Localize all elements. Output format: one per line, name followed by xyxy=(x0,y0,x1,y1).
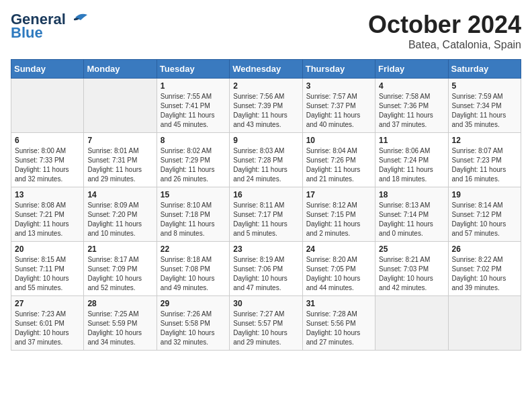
calendar-cell: 31Sunrise: 7:28 AM Sunset: 5:56 PM Dayli… xyxy=(302,296,375,351)
day-info: Sunrise: 7:26 AM Sunset: 5:58 PM Dayligh… xyxy=(161,310,226,347)
calendar-week-row: 13Sunrise: 8:08 AM Sunset: 7:21 PM Dayli… xyxy=(11,187,521,242)
day-info: Sunrise: 8:00 AM Sunset: 7:33 PM Dayligh… xyxy=(15,146,80,184)
day-number: 27 xyxy=(15,299,80,308)
month-title: October 2024 xyxy=(368,11,521,39)
header-day: Friday xyxy=(375,60,448,79)
day-info: Sunrise: 8:08 AM Sunset: 7:21 PM Dayligh… xyxy=(15,201,80,238)
day-info: Sunrise: 7:57 AM Sunset: 7:37 PM Dayligh… xyxy=(306,92,371,130)
day-info: Sunrise: 8:20 AM Sunset: 7:05 PM Dayligh… xyxy=(306,255,371,293)
calendar-cell: 21Sunrise: 8:17 AM Sunset: 7:09 PM Dayli… xyxy=(84,242,157,296)
calendar-cell: 18Sunrise: 8:13 AM Sunset: 7:14 PM Dayli… xyxy=(375,187,448,242)
calendar-cell: 30Sunrise: 7:27 AM Sunset: 5:57 PM Dayli… xyxy=(230,296,302,351)
calendar-cell: 5Sunrise: 7:59 AM Sunset: 7:34 PM Daylig… xyxy=(448,79,521,133)
calendar-cell: 11Sunrise: 8:06 AM Sunset: 7:24 PM Dayli… xyxy=(375,133,448,187)
calendar-cell: 6Sunrise: 8:00 AM Sunset: 7:33 PM Daylig… xyxy=(11,133,84,187)
calendar-week-row: 20Sunrise: 8:15 AM Sunset: 7:11 PM Dayli… xyxy=(11,242,521,296)
day-info: Sunrise: 8:18 AM Sunset: 7:08 PM Dayligh… xyxy=(161,255,226,293)
day-number: 4 xyxy=(379,81,444,91)
location: Batea, Catalonia, Spain xyxy=(368,39,521,51)
calendar-cell: 7Sunrise: 8:01 AM Sunset: 7:31 PM Daylig… xyxy=(84,133,157,187)
day-info: Sunrise: 8:14 AM Sunset: 7:12 PM Dayligh… xyxy=(452,201,517,238)
day-info: Sunrise: 8:15 AM Sunset: 7:11 PM Dayligh… xyxy=(15,255,80,293)
calendar-cell: 2Sunrise: 7:56 AM Sunset: 7:39 PM Daylig… xyxy=(230,79,302,133)
calendar-cell: 16Sunrise: 8:11 AM Sunset: 7:17 PM Dayli… xyxy=(230,187,302,242)
calendar-cell: 23Sunrise: 8:19 AM Sunset: 7:06 PM Dayli… xyxy=(230,242,302,296)
day-number: 20 xyxy=(15,244,80,254)
header-row: SundayMondayTuesdayWednesdayThursdayFrid… xyxy=(11,60,521,79)
day-number: 8 xyxy=(161,136,226,145)
day-number: 22 xyxy=(161,244,226,254)
day-number: 9 xyxy=(233,136,298,145)
calendar-cell: 4Sunrise: 7:58 AM Sunset: 7:36 PM Daylig… xyxy=(375,79,448,133)
day-number: 13 xyxy=(15,190,80,199)
day-number: 11 xyxy=(379,136,444,145)
calendar-cell: 19Sunrise: 8:14 AM Sunset: 7:12 PM Dayli… xyxy=(448,187,521,242)
day-number: 7 xyxy=(87,136,152,145)
day-info: Sunrise: 8:04 AM Sunset: 7:26 PM Dayligh… xyxy=(306,146,371,184)
day-number: 6 xyxy=(15,136,80,145)
calendar-cell: 22Sunrise: 8:18 AM Sunset: 7:08 PM Dayli… xyxy=(157,242,229,296)
day-number: 18 xyxy=(379,190,444,199)
calendar-cell: 13Sunrise: 8:08 AM Sunset: 7:21 PM Dayli… xyxy=(11,187,84,242)
calendar-header: SundayMondayTuesdayWednesdayThursdayFrid… xyxy=(11,60,521,79)
day-info: Sunrise: 8:12 AM Sunset: 7:15 PM Dayligh… xyxy=(306,201,371,238)
calendar-cell: 24Sunrise: 8:20 AM Sunset: 7:05 PM Dayli… xyxy=(302,242,375,296)
day-info: Sunrise: 8:17 AM Sunset: 7:09 PM Dayligh… xyxy=(87,255,152,293)
title-block: October 2024 Batea, Catalonia, Spain xyxy=(368,11,521,51)
day-number: 26 xyxy=(452,244,517,254)
day-info: Sunrise: 8:10 AM Sunset: 7:18 PM Dayligh… xyxy=(161,201,226,238)
day-info: Sunrise: 7:55 AM Sunset: 7:41 PM Dayligh… xyxy=(161,92,226,130)
day-number: 14 xyxy=(87,190,152,199)
day-number: 28 xyxy=(87,299,152,308)
calendar-cell: 25Sunrise: 8:21 AM Sunset: 7:03 PM Dayli… xyxy=(375,242,448,296)
day-number: 12 xyxy=(452,136,517,145)
calendar-week-row: 27Sunrise: 7:23 AM Sunset: 6:01 PM Dayli… xyxy=(11,296,521,351)
page-header: General Blue October 2024 Batea, Catalon… xyxy=(11,11,521,51)
calendar-week-row: 1Sunrise: 7:55 AM Sunset: 7:41 PM Daylig… xyxy=(11,79,521,133)
day-number: 1 xyxy=(161,81,226,91)
day-number: 29 xyxy=(161,299,226,308)
calendar-cell xyxy=(84,79,157,133)
day-number: 10 xyxy=(306,136,371,145)
calendar-cell: 27Sunrise: 7:23 AM Sunset: 6:01 PM Dayli… xyxy=(11,296,84,351)
day-number: 3 xyxy=(306,81,371,91)
header-day: Saturday xyxy=(448,60,521,79)
header-day: Thursday xyxy=(302,60,375,79)
day-number: 19 xyxy=(452,190,517,199)
calendar-cell: 26Sunrise: 8:22 AM Sunset: 7:02 PM Dayli… xyxy=(448,242,521,296)
logo-blue-text: Blue xyxy=(11,24,43,42)
day-number: 23 xyxy=(233,244,298,254)
calendar-cell: 9Sunrise: 8:03 AM Sunset: 7:28 PM Daylig… xyxy=(230,133,302,187)
header-day: Monday xyxy=(84,60,157,79)
day-info: Sunrise: 7:25 AM Sunset: 5:59 PM Dayligh… xyxy=(87,310,152,347)
calendar-cell: 12Sunrise: 8:07 AM Sunset: 7:23 PM Dayli… xyxy=(448,133,521,187)
calendar-cell xyxy=(11,79,84,133)
day-info: Sunrise: 8:02 AM Sunset: 7:29 PM Dayligh… xyxy=(161,146,226,184)
day-info: Sunrise: 8:07 AM Sunset: 7:23 PM Dayligh… xyxy=(452,146,517,184)
calendar-body: 1Sunrise: 7:55 AM Sunset: 7:41 PM Daylig… xyxy=(11,79,521,351)
header-day: Tuesday xyxy=(157,60,229,79)
day-info: Sunrise: 8:06 AM Sunset: 7:24 PM Dayligh… xyxy=(379,146,444,184)
day-info: Sunrise: 8:13 AM Sunset: 7:14 PM Dayligh… xyxy=(379,201,444,238)
day-info: Sunrise: 7:27 AM Sunset: 5:57 PM Dayligh… xyxy=(233,310,298,347)
day-info: Sunrise: 8:19 AM Sunset: 7:06 PM Dayligh… xyxy=(233,255,298,293)
day-info: Sunrise: 8:11 AM Sunset: 7:17 PM Dayligh… xyxy=(233,201,298,238)
day-number: 16 xyxy=(233,190,298,199)
calendar-cell: 1Sunrise: 7:55 AM Sunset: 7:41 PM Daylig… xyxy=(157,79,229,133)
day-number: 15 xyxy=(161,190,226,199)
logo: General Blue xyxy=(11,11,89,42)
day-info: Sunrise: 8:21 AM Sunset: 7:03 PM Dayligh… xyxy=(379,255,444,293)
day-info: Sunrise: 8:22 AM Sunset: 7:02 PM Dayligh… xyxy=(452,255,517,293)
day-number: 17 xyxy=(306,190,371,199)
day-info: Sunrise: 8:03 AM Sunset: 7:28 PM Dayligh… xyxy=(233,146,298,184)
calendar-week-row: 6Sunrise: 8:00 AM Sunset: 7:33 PM Daylig… xyxy=(11,133,521,187)
day-number: 31 xyxy=(306,299,371,308)
day-number: 21 xyxy=(87,244,152,254)
calendar-cell: 8Sunrise: 8:02 AM Sunset: 7:29 PM Daylig… xyxy=(157,133,229,187)
day-info: Sunrise: 7:59 AM Sunset: 7:34 PM Dayligh… xyxy=(452,92,517,130)
day-info: Sunrise: 8:09 AM Sunset: 7:20 PM Dayligh… xyxy=(87,201,152,238)
day-info: Sunrise: 7:23 AM Sunset: 6:01 PM Dayligh… xyxy=(15,310,80,347)
calendar-cell: 10Sunrise: 8:04 AM Sunset: 7:26 PM Dayli… xyxy=(302,133,375,187)
calendar-cell: 15Sunrise: 8:10 AM Sunset: 7:18 PM Dayli… xyxy=(157,187,229,242)
calendar-cell xyxy=(375,296,448,351)
